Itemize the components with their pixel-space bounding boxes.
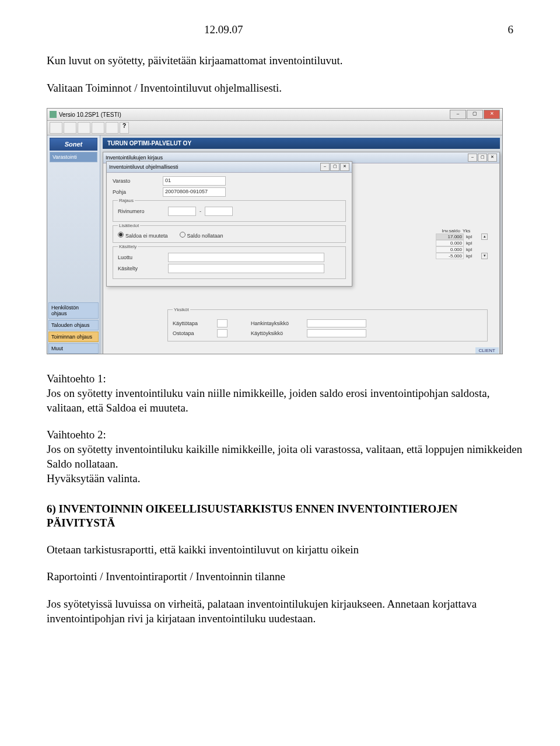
inv-row: 0.000 kpl .: [436, 246, 488, 253]
intro-paragraph-1: Kun luvut on syötetty, päivitetään kirja…: [47, 54, 525, 68]
intro-paragraph-2: Valitaan Toiminnot / Inventointiluvut oh…: [47, 81, 525, 96]
yksikot-legend: Yksiköt: [173, 307, 190, 312]
toolbar-help-button[interactable]: ?: [120, 122, 129, 134]
inv-header-saldo: Inv.saldo: [436, 228, 460, 233]
mdi-title-outer: Inventointilukujen kirjaus: [106, 155, 163, 161]
inv-row: 0.000 kpl .: [436, 240, 488, 246]
pohja-input[interactable]: 20070808-091057: [163, 187, 226, 197]
sidebar-item-varastointi[interactable]: Varastointi: [50, 152, 97, 162]
minimize-button[interactable]: –: [450, 110, 466, 119]
header-page-number: 6: [508, 23, 514, 36]
varasto-label: Varasto: [113, 178, 159, 184]
radio-icon: [180, 232, 186, 238]
rivinumero-to[interactable]: [205, 207, 233, 216]
sidebar-item-talous[interactable]: Talouden ohjaus: [48, 320, 99, 330]
luottu-label: Luottu: [118, 255, 164, 260]
sidebar: Sonet Varastointi Henkilöstön ohjaus Tal…: [47, 135, 100, 354]
kasitelty-input[interactable]: [168, 264, 324, 273]
kayttoyksikko-input[interactable]: [307, 329, 366, 337]
body-paragraph-4: Raportointi / Inventointiraportit / Inve…: [47, 570, 525, 584]
scroll-up-icon[interactable]: ▴: [481, 233, 488, 240]
toolbar-button-4[interactable]: [92, 122, 104, 134]
window-title: Versio 10.2SP1 (TESTI): [59, 111, 121, 118]
vaihtoehto-1: Vaihtoehto 1: Jos on syötetty inventoint…: [47, 372, 525, 415]
mdi-window-ohjelmallisesti: Inventointiluvut ohjelmallisesti – ▢ ✕ V…: [106, 161, 352, 287]
ostotapa-input[interactable]: [217, 329, 228, 337]
mdi2-minimize[interactable]: –: [320, 163, 330, 171]
mdi2-maximize[interactable]: ▢: [330, 163, 340, 171]
toolbar-button-5[interactable]: [106, 122, 118, 134]
sidebar-item-muut[interactable]: Muut: [48, 343, 99, 354]
kasitelty-label: Käsitelty: [118, 266, 164, 271]
toolbar-button-3[interactable]: [78, 122, 90, 134]
page-header: 12.09.07 6: [47, 23, 525, 36]
mdi-close[interactable]: ✕: [488, 154, 497, 162]
luottu-input[interactable]: [168, 253, 324, 262]
toolbar-button-1[interactable]: [50, 122, 62, 134]
sidebar-item-henkilosto[interactable]: Henkilöstön ohjaus: [48, 302, 99, 319]
pohja-label: Pohja: [113, 189, 159, 195]
bottom-form: Yksiköt Käyttötapa Hankintayksikkö Ostot…: [167, 306, 488, 345]
mdi-minimize[interactable]: –: [468, 154, 477, 162]
vaihtoehto-2: Vaihtoehto 2: Jos on syötetty inventoint…: [47, 428, 525, 486]
varasto-input[interactable]: 01: [163, 176, 226, 186]
rajaus-legend: Rajaus: [118, 198, 135, 203]
toolbar-button-2[interactable]: [64, 122, 76, 134]
maximize-button[interactable]: ▢: [467, 110, 483, 119]
rivinumero-from[interactable]: [168, 207, 196, 216]
inv-header-yks: Yks: [463, 228, 475, 233]
toolbar: ?: [47, 121, 502, 135]
inv-row: 17.000 kpl ▴: [436, 233, 488, 240]
company-header: TURUN OPTIMI-PALVELUT OY: [103, 138, 500, 149]
radio-icon: [118, 232, 124, 238]
app-icon: [50, 111, 57, 118]
scroll-down-icon[interactable]: ▾: [481, 253, 488, 259]
close-button[interactable]: ✕: [484, 110, 500, 119]
kayttotapa-input[interactable]: [217, 319, 228, 327]
mdi-maximize[interactable]: ▢: [478, 154, 487, 162]
radio-saldoa-ei-muuteta[interactable]: Saldoa ei muuteta: [118, 232, 168, 239]
body-paragraph-3: Otetaan tarkistusraportti, että kaikki i…: [47, 543, 525, 557]
header-date: 12.09.07: [204, 23, 243, 36]
rivinumero-label: Rivinumero: [118, 208, 164, 214]
mdi-title-inner: Inventointiluvut ohjelmallisesti: [109, 164, 178, 170]
hankintayksikko-input[interactable]: [307, 319, 366, 327]
section-6-heading: 6) INVENTOINNIN OIKEELLISUUSTARKISTUS EN…: [47, 502, 525, 530]
inventory-saldo-table: Inv.saldo Yks 17.000 kpl ▴ 0.000 kpl .: [436, 228, 488, 259]
app-screenshot: Versio 10.2SP1 (TESTI) – ▢ ✕ ? Sonet Var…: [47, 108, 503, 354]
mdi2-close[interactable]: ✕: [340, 163, 349, 171]
main-area: TURUN OPTIMI-PALVELUT OY Inventointiluku…: [100, 135, 502, 354]
inv-row: -5.000 kpl ▾: [436, 253, 488, 259]
kasittely-legend: Käsittely: [118, 244, 138, 249]
window-titlebar: Versio 10.2SP1 (TESTI) – ▢ ✕: [47, 109, 502, 121]
client-badge: CLIENT: [475, 347, 499, 354]
radio-saldo-nollataan[interactable]: Saldo nollataan: [180, 232, 223, 239]
sidebar-item-toiminta[interactable]: Toiminnan ohjaus: [48, 332, 99, 342]
body-paragraph-5: Jos syötetyissä luvuissa on virheitä, pa…: [47, 597, 525, 626]
lisatiedot-legend: Lisätiedot: [118, 223, 140, 228]
app-logo: Sonet: [50, 138, 97, 151]
